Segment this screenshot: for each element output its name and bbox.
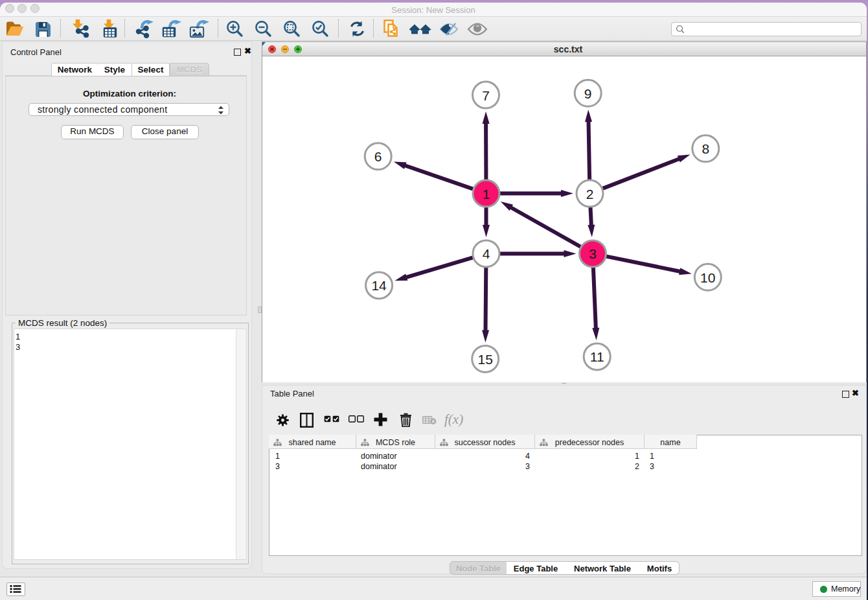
svg-text:10: 10: [700, 270, 715, 285]
svg-text:7: 7: [482, 88, 490, 103]
svg-text:11: 11: [590, 349, 604, 364]
svg-text:4: 4: [483, 246, 490, 261]
svg-text:14: 14: [371, 278, 387, 293]
svg-text:8: 8: [702, 141, 709, 156]
svg-text:1: 1: [483, 187, 490, 202]
svg-text:9: 9: [584, 86, 592, 101]
svg-text:2: 2: [586, 187, 594, 202]
svg-text:6: 6: [374, 149, 382, 164]
svg-text:3: 3: [589, 246, 597, 261]
svg-text:15: 15: [478, 352, 493, 367]
